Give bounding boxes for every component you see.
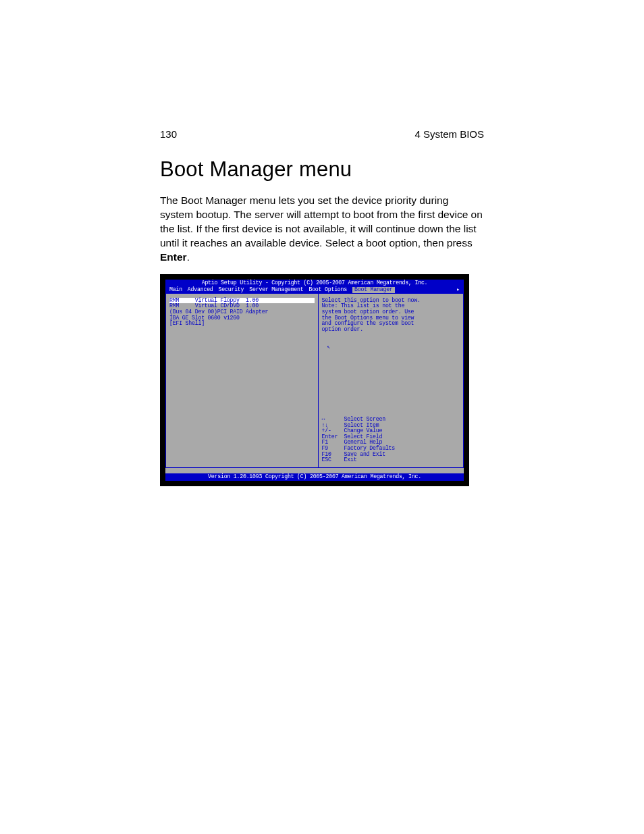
- bios-menu-bar: Main Advanced Security Server Management…: [165, 286, 464, 294]
- paragraph-text-pre: The Boot Manager menu lets you set the d…: [160, 194, 483, 249]
- page-header: 130 4 System BIOS: [160, 128, 484, 140]
- help-text: Select this option to boot now. Note: Th…: [322, 298, 460, 333]
- menu-item-security[interactable]: Security: [219, 287, 244, 293]
- menu-item-advanced[interactable]: Advanced: [188, 287, 213, 293]
- menu-item-boot-manager[interactable]: Boot Manager: [352, 287, 395, 293]
- bios-help-panel: Select this option to boot now. Note: Th…: [319, 294, 464, 468]
- paragraph-text-post: .: [187, 251, 190, 263]
- bios-footer: Version 1.20.1093 Copyright (C) 2005-200…: [165, 473, 464, 481]
- page-number: 130: [160, 128, 177, 140]
- section-label: 4 System BIOS: [414, 128, 484, 140]
- cursor-icon: ↖: [322, 344, 460, 350]
- enter-key-label: Enter: [160, 251, 187, 263]
- body-paragraph: The Boot Manager menu lets you set the d…: [160, 194, 484, 265]
- bios-title: Aptio Setup Utility - Copyright (C) 2005…: [165, 280, 464, 287]
- menu-scroll-right-icon[interactable]: ▸: [456, 287, 460, 293]
- boot-option[interactable]: [EFI Shell]: [169, 321, 315, 327]
- bios-screenshot: Aptio Setup Utility - Copyright (C) 2005…: [160, 274, 469, 486]
- page-title: Boot Manager menu: [160, 157, 484, 182]
- key-help-row: ESC Exit: [322, 457, 460, 463]
- menu-item-main[interactable]: Main: [169, 287, 182, 293]
- boot-option-list: RMM Virtual Floppy 1.00 RMM Virtual CD/D…: [165, 294, 319, 468]
- key-help-block: ↔ Select Screen↑↓ Select Item+/- Change …: [322, 417, 460, 463]
- menu-item-server-management[interactable]: Server Management: [249, 287, 303, 293]
- menu-item-boot-options[interactable]: Boot Options: [308, 287, 347, 293]
